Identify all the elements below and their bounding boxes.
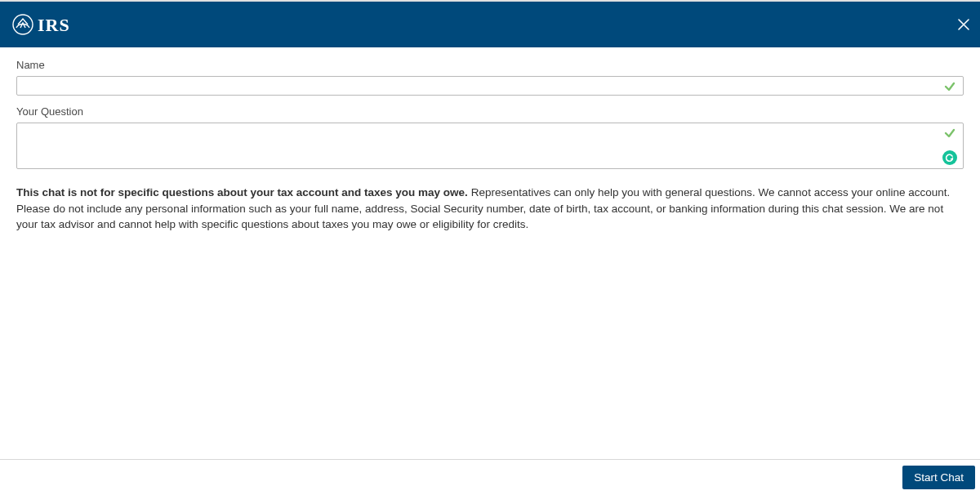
close-button[interactable] (954, 15, 973, 34)
name-input[interactable] (16, 76, 964, 96)
close-icon (956, 17, 971, 32)
disclaimer-bold: This chat is not for specific questions … (16, 186, 468, 198)
name-label: Name (16, 59, 964, 71)
disclaimer-text: This chat is not for specific questions … (16, 185, 964, 233)
check-icon (944, 127, 956, 139)
grammarly-icon[interactable] (942, 150, 957, 165)
form-area: Name Your Question This chat is not for … (0, 47, 980, 233)
irs-logo: IRS (11, 13, 74, 36)
footer-bar: Start Chat (0, 459, 980, 495)
header-bar: IRS (0, 2, 980, 47)
question-field-wrap (16, 123, 964, 172)
question-input[interactable] (16, 123, 964, 169)
check-icon (944, 81, 956, 92)
name-field-wrap (16, 76, 964, 96)
svg-text:IRS: IRS (38, 15, 70, 35)
question-label: Your Question (16, 105, 964, 118)
start-chat-button[interactable]: Start Chat (902, 466, 975, 489)
